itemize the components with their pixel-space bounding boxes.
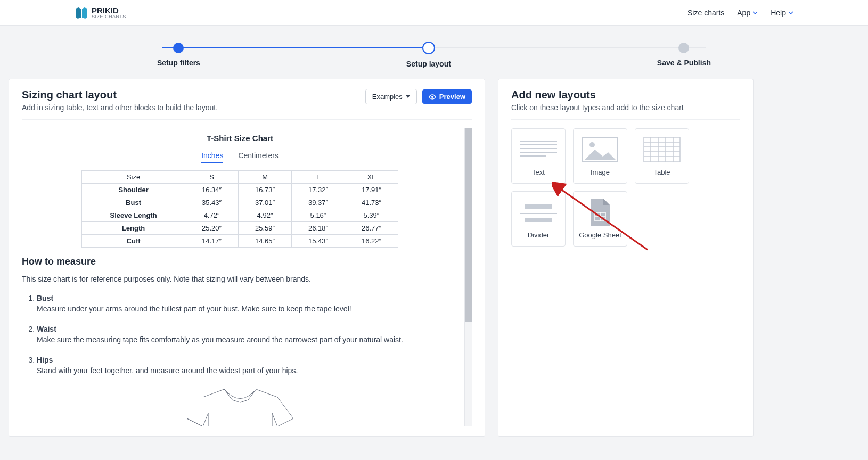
image-icon — [582, 136, 619, 163]
svg-point-0 — [431, 96, 433, 98]
table-row: Sleeve Length4.72″4.92″5.16″5.39″ — [82, 209, 398, 222]
svg-rect-19 — [525, 218, 552, 222]
tab-inches[interactable]: Inches — [201, 151, 223, 163]
step-circle-active-icon — [422, 42, 435, 54]
list-item: WaistMake sure the measuring tape fits c… — [37, 325, 458, 344]
nav-help[interactable]: Help — [771, 9, 793, 17]
panel-title: Add new layouts — [511, 89, 740, 101]
list-item: HipsStand with your feet together, and m… — [37, 356, 458, 375]
logo-name: PRIKID — [92, 6, 126, 14]
app-header: PRIKID SIZE CHARTS Size charts App Help — [0, 0, 868, 26]
table-icon — [643, 136, 681, 163]
layout-card-google-sheet[interactable]: Google Sheet — [573, 191, 627, 247]
chart-title: T-Shirt Size Chart — [22, 134, 458, 143]
chevron-down-icon — [788, 10, 793, 15]
nav-size-charts[interactable]: Size charts — [687, 9, 724, 17]
layout-card-divider[interactable]: Divider — [511, 191, 566, 247]
step-line-active — [162, 47, 434, 48]
svg-point-7 — [589, 142, 595, 147]
divider-icon — [520, 199, 557, 226]
sizing-chart-panel: Sizing chart layout Add in sizing table,… — [9, 79, 485, 437]
step-circle-filled-icon — [173, 43, 184, 53]
step-setup-layout[interactable]: Setup layout — [406, 42, 451, 68]
table-header: Size — [82, 171, 185, 184]
svg-rect-8 — [644, 137, 680, 162]
caret-down-icon — [406, 95, 410, 98]
svg-rect-17 — [525, 204, 552, 209]
tab-centimeters[interactable]: Centimeters — [238, 151, 278, 163]
text-lines-icon — [520, 136, 557, 163]
how-to-measure-desc: This size chart is for reference purpose… — [22, 275, 458, 283]
list-item: BustMeasure under your arms around the f… — [37, 294, 458, 313]
tshirt-illustration-icon — [171, 387, 309, 426]
layout-card-text[interactable]: Text — [511, 128, 566, 184]
layout-preview: T-Shirt Size Chart Inches Centimeters Si… — [22, 128, 464, 426]
step-circle-inactive-icon — [678, 43, 689, 53]
table-row: Length25.20″25.59″26.18″26.77″ — [82, 222, 398, 235]
size-table: SizeSMLXL Shoulder16.34″16.73″17.32″17.9… — [81, 170, 398, 248]
panel-subtitle: Add in sizing table, text and other bloc… — [22, 103, 218, 112]
panel-title: Sizing chart layout — [22, 89, 218, 101]
table-header: XL — [345, 171, 398, 184]
eye-icon — [429, 93, 436, 101]
table-row: Shoulder16.34″16.73″17.32″17.91″ — [82, 184, 398, 196]
logo-subtitle: SIZE CHARTS — [92, 14, 126, 19]
examples-button[interactable]: Examples — [365, 89, 417, 104]
scrollbar-thumb[interactable] — [465, 128, 472, 322]
layout-card-image[interactable]: Image — [573, 128, 627, 184]
step-setup-filters[interactable]: Setup filters — [157, 43, 200, 67]
table-row: Cuff14.17″14.65″15.43″16.22″ — [82, 235, 398, 248]
scrollbar[interactable] — [464, 128, 472, 426]
how-to-measure-title: How to measure — [22, 256, 458, 267]
panel-subtitle: Click on these layout types and add to t… — [511, 103, 740, 112]
logo[interactable]: PRIKID SIZE CHARTS — [75, 6, 126, 19]
chevron-down-icon — [752, 10, 758, 15]
table-row: Bust35.43″37.01″39.37″41.73″ — [82, 196, 398, 209]
table-header: S — [185, 171, 239, 184]
table-header: M — [239, 171, 292, 184]
table-header: L — [292, 171, 345, 184]
header-nav: Size charts App Help — [687, 9, 793, 17]
how-to-measure-list: BustMeasure under your arms around the f… — [22, 294, 458, 375]
step-save-publish[interactable]: Save & Publish — [657, 43, 711, 67]
logo-icon — [75, 7, 88, 19]
google-sheet-icon — [582, 199, 619, 226]
preview-button[interactable]: Preview — [422, 89, 472, 104]
layout-card-table[interactable]: Table — [635, 128, 689, 184]
add-layouts-panel: Add new layouts Click on these layout ty… — [498, 79, 754, 437]
nav-app[interactable]: App — [737, 9, 758, 17]
progress-stepper: Setup filters Setup layout Save & Publis… — [0, 26, 868, 79]
